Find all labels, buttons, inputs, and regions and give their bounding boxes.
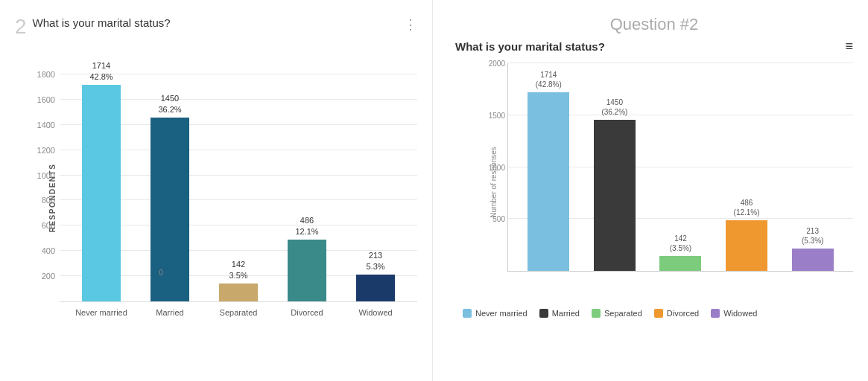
- bar-rect-right: [659, 256, 701, 271]
- bar-top-label: 1423.5%: [229, 259, 247, 281]
- grid-label-right: 1500: [489, 111, 505, 119]
- bar-top-label-right: 1714(42.8%): [536, 70, 562, 89]
- bar-top-label: 145036.2%: [158, 93, 181, 115]
- bar-rect-right: [792, 249, 834, 271]
- bar-group-left: 48612.1%: [273, 215, 341, 301]
- right-title-row: What is your marital status? ≡: [455, 39, 853, 54]
- left-panel: 2 What is your marital status? ⋮ RESPOND…: [0, 0, 432, 381]
- legend-dot: [711, 309, 720, 318]
- legend-label: Never married: [475, 309, 528, 318]
- bar-group-right: 1450(36.2%): [582, 97, 648, 271]
- question-num-right: Question #2: [455, 15, 853, 34]
- legend-label: Widowed: [723, 309, 757, 318]
- bar-group-left: 171442.8%: [67, 60, 136, 301]
- bar-group-right: 1714(42.8%): [516, 70, 582, 271]
- bar-group-right: 142(3.5%): [647, 234, 714, 271]
- legend-dot: [592, 309, 601, 318]
- grid-label: 1000: [37, 171, 55, 180]
- bar-rect: [82, 85, 121, 301]
- bar-top-label-right: 486(12.1%): [734, 198, 760, 217]
- legend-item: Divorced: [654, 309, 699, 318]
- bar-rect-right: [594, 120, 636, 271]
- y-axis-label-right: Number of responses: [490, 147, 498, 218]
- grid-zero-label: 0: [159, 269, 163, 277]
- bar-top-label: 2135.3%: [366, 250, 384, 272]
- x-label-left: Married: [136, 308, 204, 317]
- bars-left: 171442.8%145036.2%1423.5%48612.1%2135.3%: [60, 49, 417, 301]
- chart-right-inner: 2000150010005000 1714(42.8%)1450(36.2%)1…: [507, 63, 853, 272]
- legend-item: Widowed: [711, 309, 757, 318]
- bar-group-left: 1423.5%: [204, 259, 273, 301]
- bar-group-left: 2135.3%: [341, 250, 410, 301]
- grid-label: 600: [42, 221, 55, 230]
- chart-left: RESPONDENTS 1800160014001200100080060040…: [15, 49, 417, 347]
- kebab-menu-icon[interactable]: ⋮: [404, 16, 417, 33]
- x-label-left: Separated: [204, 308, 273, 317]
- bar-group-left: 145036.2%: [136, 93, 204, 301]
- grid-label-right: 2000: [489, 60, 505, 68]
- bar-top-label: 171442.8%: [89, 60, 113, 82]
- legend-label: Married: [552, 309, 580, 318]
- legend-label: Divorced: [667, 309, 699, 318]
- chart-left-inner: 18001600140012001000800600400200 171442.…: [60, 49, 417, 302]
- question-number-left: 2: [15, 16, 27, 37]
- question-text-left: What is your marital status?: [33, 15, 171, 31]
- legend-dot: [539, 309, 548, 318]
- bar-group-right: 213(5.3%): [779, 226, 846, 271]
- grid-label-right: 500: [492, 215, 505, 223]
- legend-item: Married: [539, 309, 580, 318]
- bar-top-label-right: 1450(36.2%): [601, 97, 627, 117]
- legend-dot: [463, 309, 472, 318]
- grid-label-right: 1000: [489, 163, 505, 171]
- grid-label: 400: [42, 246, 55, 255]
- grid-label: 800: [42, 196, 55, 205]
- legend-item: Separated: [592, 309, 642, 318]
- x-label-left: Divorced: [273, 308, 341, 317]
- bar-rect: [288, 240, 326, 301]
- bar-top-label-right: 213(5.3%): [802, 226, 823, 246]
- bar-rect-right: [528, 92, 569, 271]
- legend-dot: [654, 309, 663, 318]
- x-labels-left: Never marriedMarriedSeparatedDivorcedWid…: [60, 302, 417, 317]
- legend-right: Never marriedMarriedSeparatedDivorcedWid…: [455, 309, 853, 318]
- hamburger-icon[interactable]: ≡: [845, 39, 853, 54]
- bar-top-label: 48612.1%: [295, 215, 318, 237]
- bar-rect: [151, 118, 189, 301]
- grid-label: 1800: [37, 70, 55, 79]
- bar-rect-right: [726, 220, 767, 271]
- grid-label: 1400: [37, 121, 55, 129]
- question-text-right: What is your marital status?: [455, 40, 605, 53]
- legend-item: Never married: [463, 309, 528, 318]
- x-label-left: Never married: [67, 308, 136, 317]
- bar-top-label-right: 142(3.5%): [670, 234, 691, 253]
- chart-right: Number of responses 2000150010005000 171…: [455, 63, 853, 301]
- grid-label: 1200: [37, 146, 55, 155]
- left-title-row: 2 What is your marital status? ⋮: [15, 15, 417, 37]
- bars-right: 1714(42.8%)1450(36.2%)142(3.5%)486(12.1%…: [516, 63, 846, 271]
- bar-rect: [219, 284, 258, 301]
- left-title-group: 2 What is your marital status?: [15, 15, 171, 37]
- bar-group-right: 486(12.1%): [714, 198, 780, 271]
- legend-label: Separated: [604, 309, 642, 318]
- bar-rect: [356, 275, 395, 301]
- grid-label: 1600: [37, 95, 55, 104]
- right-panel: Question #2 What is your marital status?…: [432, 0, 868, 381]
- x-label-left: Widowed: [341, 308, 410, 317]
- grid-label: 200: [42, 272, 55, 281]
